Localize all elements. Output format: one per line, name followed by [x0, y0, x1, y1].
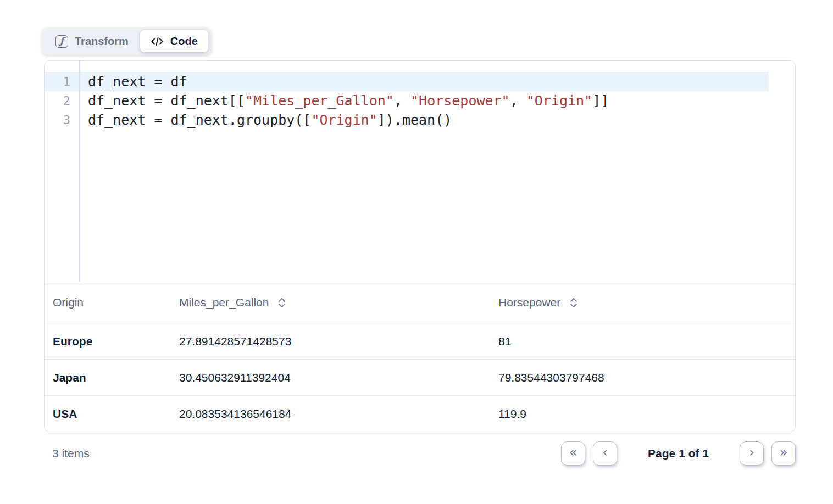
items-count: 3 items [44, 447, 90, 460]
gutter-divider [79, 61, 80, 282]
previous-page-button[interactable]: ‹ [593, 441, 617, 466]
first-page-button[interactable]: « [561, 441, 585, 466]
column-header-label: Horsepower [498, 296, 560, 309]
next-page-button[interactable]: › [740, 441, 764, 466]
last-page-button[interactable]: » [771, 441, 796, 466]
cell-origin: USA [45, 407, 171, 421]
view-mode-tabbar: ƒ Transform Code [42, 27, 212, 55]
previous-page-icon: ‹ [602, 446, 608, 459]
line-number: 1 [45, 72, 79, 91]
table-row: Europe 27.891428571428573 81 [45, 323, 795, 359]
line-number: 3 [45, 110, 79, 130]
function-icon: ƒ [55, 35, 68, 48]
sort-icon[interactable] [569, 297, 578, 309]
cell-miles-per-gallon: 20.083534136546184 [171, 407, 490, 421]
results-table: Origin Miles_per_Gallon Horsepower [45, 282, 795, 432]
code-line-text: df_next = df_next[["Miles_per_Gallon", "… [79, 91, 609, 110]
column-header-origin: Origin [45, 296, 171, 309]
cell-horsepower: 119.9 [490, 407, 795, 421]
cell-miles-per-gallon: 27.891428571428573 [171, 335, 490, 348]
sort-icon[interactable] [277, 297, 286, 309]
code-line: 3 df_next = df_next.groupby(["Origin"]).… [45, 110, 769, 130]
cell-origin: Europe [45, 335, 171, 348]
table-footer: 3 items « ‹ Page 1 of 1 › » [44, 435, 796, 472]
first-page-icon: « [569, 446, 577, 459]
last-page-icon: » [780, 446, 788, 459]
next-page-icon: › [749, 446, 754, 459]
code-line: 2 df_next = df_next[["Miles_per_Gallon",… [45, 91, 769, 110]
code-line-text: df_next = df [79, 72, 187, 91]
cell-horsepower: 79.83544303797468 [490, 371, 795, 384]
table-header-row: Origin Miles_per_Gallon Horsepower [45, 282, 795, 323]
cell-horsepower: 81 [490, 335, 795, 348]
tab-code-label: Code [170, 35, 198, 48]
code-editor[interactable]: 1 df_next = df 2 df_next = df_next[["Mil… [45, 61, 795, 282]
table-row: USA 20.083534136546184 119.9 [45, 395, 795, 432]
code-editor-lines: 1 df_next = df 2 df_next = df_next[["Mil… [45, 72, 769, 130]
page-indicator: Page 1 of 1 [648, 447, 709, 460]
tab-code[interactable]: Code [140, 30, 208, 52]
tab-transform-label: Transform [75, 35, 129, 48]
pagination: « ‹ Page 1 of 1 › » [561, 441, 796, 466]
code-icon [151, 36, 164, 47]
line-number: 2 [45, 91, 79, 110]
tab-transform[interactable]: ƒ Transform [45, 30, 139, 52]
column-header-horsepower: Horsepower [490, 296, 795, 309]
cell-miles-per-gallon: 30.450632911392404 [171, 371, 490, 384]
column-header-label: Origin [53, 296, 84, 309]
code-line: 1 df_next = df [45, 72, 769, 91]
cell-origin: Japan [45, 371, 171, 384]
table-row: Japan 30.450632911392404 79.835443037974… [45, 359, 795, 395]
column-header-label: Miles_per_Gallon [179, 296, 269, 309]
code-line-text: df_next = df_next.groupby(["Origin"]).me… [79, 110, 452, 130]
column-header-miles-per-gallon: Miles_per_Gallon [171, 296, 490, 309]
code-and-results-panel: 1 df_next = df 2 df_next = df_next[["Mil… [44, 60, 796, 432]
